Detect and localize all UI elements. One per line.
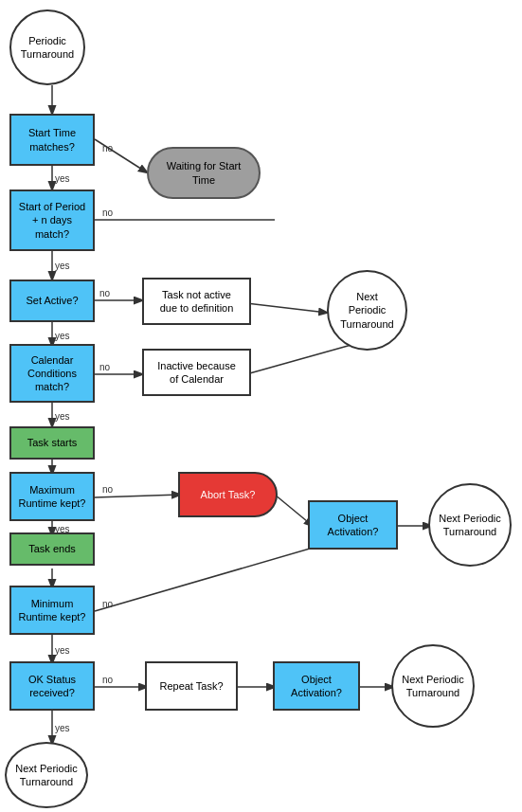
svg-text:no: no	[102, 484, 114, 495]
next-periodic-4: Next Periodic Turnaround	[5, 742, 88, 808]
svg-line-20	[95, 495, 180, 497]
min-runtime: Minimum Runtime kept?	[9, 586, 95, 635]
task-ends: Task ends	[9, 532, 95, 566]
svg-line-16	[246, 341, 365, 374]
svg-text:no: no	[102, 599, 114, 609]
svg-line-3	[95, 139, 147, 172]
start-of-period-match: Start of Period + n days match?	[9, 189, 95, 251]
ok-status: OK Status received?	[9, 661, 95, 711]
svg-text:yes: yes	[55, 723, 70, 733]
svg-text:no: no	[102, 675, 114, 685]
svg-text:no: no	[99, 362, 111, 372]
start-time-matches: Start Time matches?	[9, 114, 95, 166]
svg-text:yes: yes	[55, 331, 70, 341]
task-not-active: Task not active due to definition	[142, 278, 251, 325]
object-activation-2: Object Activation?	[273, 661, 360, 711]
repeat-task: Repeat Task?	[145, 661, 238, 711]
inactive-calendar: Inactive because of Calendar	[142, 349, 251, 396]
abort-task: Abort Task?	[178, 472, 278, 517]
set-active: Set Active?	[9, 280, 95, 322]
max-runtime: Maximum Runtime kept?	[9, 472, 95, 521]
waiting-for-start-time: Waiting for Start Time	[147, 147, 261, 199]
svg-text:no: no	[102, 208, 114, 218]
next-periodic-3: Next Periodic Turnaround	[391, 644, 475, 728]
object-activation-1: Object Activation?	[308, 500, 398, 550]
task-starts: Task starts	[9, 426, 95, 460]
next-periodic-1: Next Periodic Turnaround	[327, 270, 407, 351]
svg-text:yes: yes	[55, 411, 70, 422]
svg-text:yes: yes	[55, 173, 70, 184]
svg-line-24	[275, 495, 313, 526]
next-periodic-2: Next Periodic Turnaround	[428, 483, 512, 567]
svg-line-11	[246, 303, 327, 313]
svg-text:no: no	[99, 288, 111, 298]
calendar-conditions: Calendar Conditions match?	[9, 344, 95, 403]
svg-text:yes: yes	[55, 261, 70, 271]
periodic-turnaround-start: Periodic Turnaround	[9, 9, 85, 85]
svg-text:no: no	[102, 143, 114, 153]
svg-text:yes: yes	[55, 645, 70, 656]
